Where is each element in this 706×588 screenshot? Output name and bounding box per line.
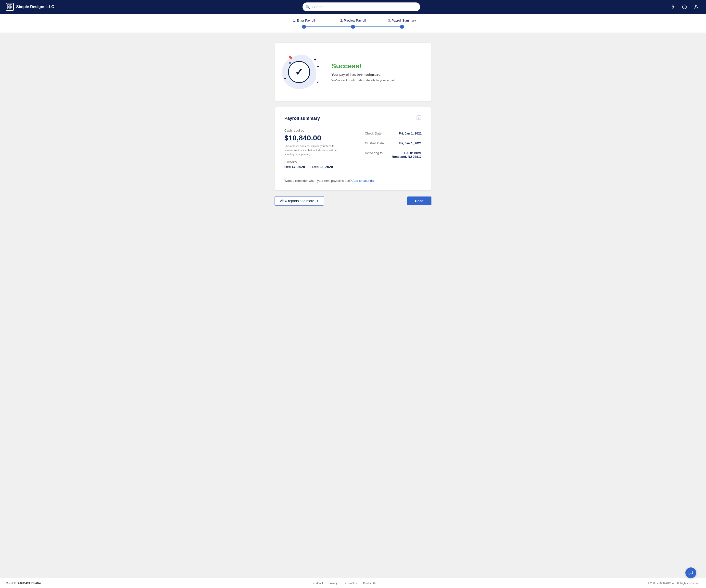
step-1: 1. Enter Payroll <box>279 18 328 29</box>
deco-dot-3 <box>317 66 319 68</box>
checkmark-icon: ✓ <box>295 67 303 77</box>
delivering-to-value: 1 ADP Blvd. Roseland, NJ 08817 <box>392 151 422 159</box>
step-3: 3. Payroll Summary <box>378 18 427 29</box>
user-avatar[interactable] <box>692 3 700 11</box>
gl-post-date-value: Fri, Jan 1, 2021 <box>399 141 422 145</box>
success-description: We've sent confirmation details to your … <box>331 78 420 82</box>
step-1-label: 1. Enter Payroll <box>293 18 315 22</box>
deco-bookmark: 🔖 <box>288 55 293 59</box>
logo-area: Simple Designs LLC <box>6 3 54 11</box>
delivering-to-row: Delivering to 1 ADP Blvd. Roseland, NJ 0… <box>365 148 422 162</box>
success-subtitle: Your payroll has been submitted. <box>331 73 420 77</box>
steps-progress: 1. Enter Payroll 2. Preview Payroll 3. P… <box>0 14 706 33</box>
app-header: Simple Designs LLC 🔍 <box>0 0 706 14</box>
success-card: ✓ + × 🔖 Success! Your payroll has been s… <box>275 43 431 101</box>
success-title: Success! <box>331 62 420 70</box>
delivery-line2: Roseland, NJ 08817 <box>392 155 422 159</box>
period-start: Dec 14, 2020 <box>284 165 305 169</box>
pay-frequency: Biweekly <box>284 160 341 164</box>
search-area: 🔍 <box>58 2 665 11</box>
privacy-link[interactable]: Privacy <box>328 582 337 585</box>
deco-x: × <box>317 80 319 84</box>
svg-rect-0 <box>8 5 9 6</box>
gl-post-date-row: GL Post Date Fri, Jan 1, 2021 <box>365 138 422 148</box>
add-to-calendar-link[interactable]: Add to calendar <box>353 179 375 182</box>
search-container: 🔍 <box>303 2 420 11</box>
view-reports-label: View reports and more <box>280 199 314 203</box>
step-2-label: 2. Preview Payroll <box>340 18 366 22</box>
svg-rect-1 <box>10 5 12 6</box>
success-text: Success! Your payroll has been submitted… <box>331 62 420 82</box>
calendar-reminder: Want a reminder when your next payroll i… <box>284 174 422 182</box>
app-footer: Client ID: 20289469 RP/AN4 Feedback Priv… <box>0 578 706 588</box>
bottom-actions: View reports and more ▼ Done <box>275 196 431 206</box>
check-date-label: Check Date <box>365 132 382 135</box>
gl-post-date-label: GL Post Date <box>365 141 384 145</box>
summary-body: Cash required $10,840.00 This amount doe… <box>284 129 422 169</box>
svg-rect-2 <box>8 7 9 9</box>
success-check-circle: ✓ <box>288 61 310 83</box>
contact-link[interactable]: Contact Us <box>363 582 376 585</box>
period-arrow: → <box>307 165 310 169</box>
step-2-dot <box>351 25 355 29</box>
summary-divider <box>353 129 353 169</box>
svg-point-4 <box>672 6 673 7</box>
delivery-line1: 1 ADP Blvd. <box>404 151 422 155</box>
footer-client-info: Client ID: 20289469 RP/AN4 <box>6 582 41 585</box>
check-date-row: Check Date Fri, Jan 1, 2021 <box>365 129 422 138</box>
view-reports-button[interactable]: View reports and more ▼ <box>275 196 324 206</box>
terms-link[interactable]: Terms of Use <box>342 582 358 585</box>
success-graphic: ✓ + × 🔖 <box>275 52 323 92</box>
rocket-icon[interactable] <box>669 3 676 11</box>
step-1-dot <box>302 25 306 29</box>
step-2: 2. Preview Payroll <box>328 18 378 29</box>
help-icon[interactable] <box>680 3 689 11</box>
chevron-down-icon: ▼ <box>316 199 319 203</box>
client-id-label: Client ID: <box>6 582 17 585</box>
feedback-link[interactable]: Feedback <box>312 582 323 585</box>
period-end: Dec 28, 2020 <box>312 165 333 169</box>
main-content: ✓ + × 🔖 Success! Your payroll has been s… <box>0 33 706 578</box>
done-button[interactable]: Done <box>407 197 431 205</box>
delivering-to-label: Delivering to <box>365 151 383 155</box>
logo-icon <box>6 3 14 11</box>
cash-note: This amount does not include your fees f… <box>284 144 341 156</box>
deco-dot-1 <box>289 62 291 64</box>
summary-header: Payroll summary <box>284 115 422 122</box>
cash-amount: $10,840.00 <box>284 134 341 142</box>
svg-rect-3 <box>10 7 12 9</box>
payroll-summary-card: Payroll summary Cash required $10,840.00… <box>275 107 431 191</box>
deco-dot-2 <box>284 78 286 79</box>
deco-plus-1: + <box>314 57 316 62</box>
step-3-label: 3. Payroll Summary <box>388 18 416 22</box>
check-date-value: Fri, Jan 1, 2021 <box>399 132 422 135</box>
step-3-dot <box>400 25 404 29</box>
copyright: © 2006 - 2020 ADP Inc. All Rights Reserv… <box>648 582 700 585</box>
footer-links: Feedback Privacy Terms of Use Contact Us <box>312 582 377 585</box>
client-id-value: 20289469 RP/AN4 <box>18 582 40 585</box>
cash-required-label: Cash required <box>284 129 341 132</box>
summary-title: Payroll summary <box>284 116 320 121</box>
company-name: Simple Designs LLC <box>16 5 54 9</box>
summary-left: Cash required $10,840.00 This amount doe… <box>284 129 341 169</box>
pay-period: Dec 14, 2020 → Dec 28, 2020 <box>284 165 341 169</box>
svg-point-7 <box>696 5 697 7</box>
summary-list-icon <box>416 115 422 122</box>
search-input[interactable] <box>303 2 420 11</box>
chat-bubble-button[interactable] <box>685 568 696 578</box>
header-actions <box>669 3 700 11</box>
summary-right: Check Date Fri, Jan 1, 2021 GL Post Date… <box>365 129 422 169</box>
reminder-text: Want a reminder when your next payroll i… <box>284 179 352 182</box>
steps-container: 1. Enter Payroll 2. Preview Payroll 3. P… <box>279 18 427 29</box>
